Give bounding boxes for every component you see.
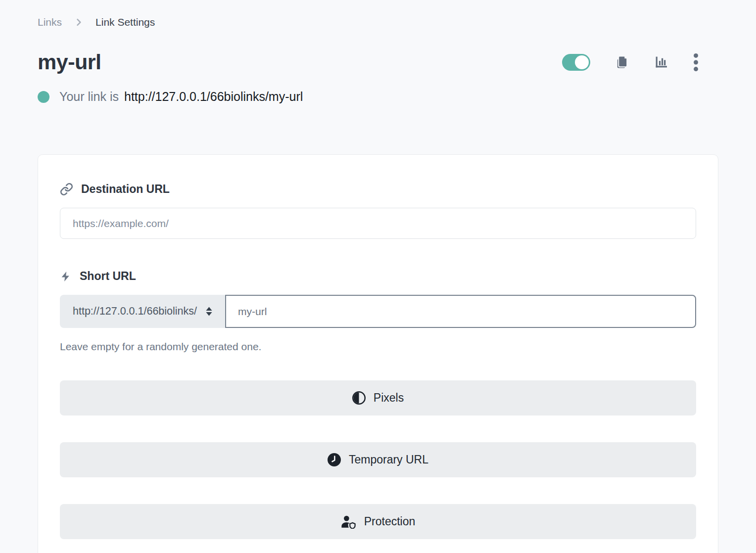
user-shield-icon [341,515,356,529]
pixels-section-button[interactable]: Pixels [60,380,696,415]
copy-link-button[interactable] [615,55,629,69]
toggle-knob [575,55,589,69]
breadcrumb: Links Link Settings [38,15,718,30]
bar-chart-icon [654,55,668,69]
link-settings-card: Destination URL Short URL http://127.0.0… [38,154,718,553]
protection-section-button[interactable]: Protection [60,504,696,539]
chevron-right-icon [74,17,84,27]
short-url-row: http://127.0.0.1/66biolinks/ [60,295,696,328]
short-url-label: Short URL [80,270,136,283]
header-row: my-url [38,50,718,74]
protection-button-label: Protection [364,515,416,528]
status-prefix: Your link is [59,90,119,104]
temporary-url-section-button[interactable]: Temporary URL [60,442,696,477]
short-link-url[interactable]: http://127.0.0.1/66biolinks/my-url [124,90,303,104]
up-down-arrows-icon [205,306,213,317]
copy-icon [615,55,629,69]
statistics-button[interactable] [654,55,668,69]
short-url-help-text: Leave empty for a randomly generated one… [60,341,696,353]
short-url-domain-value: http://127.0.0.1/66biolinks/ [73,305,197,318]
short-url-input[interactable] [225,295,696,328]
destination-url-label-row: Destination URL [60,183,696,196]
short-url-label-row: Short URL [60,270,696,283]
breadcrumb-current: Link Settings [95,16,155,28]
link-icon [60,183,73,196]
breadcrumb-links[interactable]: Links [38,16,62,28]
header-controls [562,53,699,71]
destination-url-label: Destination URL [81,183,170,196]
page-title: my-url [38,50,101,74]
link-status-row: Your link is http://127.0.0.1/66biolinks… [38,90,718,104]
temporary-url-button-label: Temporary URL [349,453,428,466]
lightning-bolt-icon [60,270,72,283]
pixels-button-label: Pixels [374,391,404,405]
clock-icon [328,453,341,466]
link-settings-page: Links Link Settings my-url [0,0,756,553]
status-sentence: Your link is http://127.0.0.1/66biolinks… [59,90,303,104]
kebab-menu-icon [693,53,699,71]
short-url-domain-select[interactable]: http://127.0.0.1/66biolinks/ [60,295,225,328]
status-dot [38,91,49,103]
destination-url-input[interactable] [60,208,696,239]
link-enabled-toggle[interactable] [562,54,590,71]
more-options-button[interactable] [693,53,699,71]
half-circle-icon [352,391,366,405]
